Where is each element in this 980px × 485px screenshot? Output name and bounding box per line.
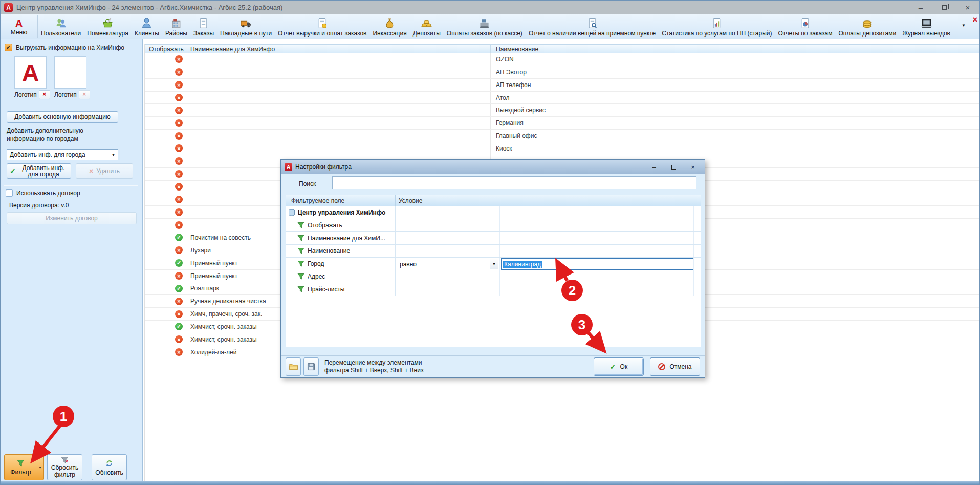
check-circle-icon: ✓ xyxy=(175,323,183,330)
column-header-name[interactable]: Наименование xyxy=(491,45,979,53)
journal-icon xyxy=(921,17,932,29)
add-city-info-button[interactable]: ✓ Добавить инф. для города xyxy=(7,163,71,179)
add-main-info-button[interactable]: Добавить основную информацию xyxy=(7,111,118,123)
sidebar-divider xyxy=(4,185,138,185)
window-controls: – × xyxy=(909,1,979,14)
search-doc-icon xyxy=(586,17,598,29)
column-header-condition[interactable]: Условие xyxy=(396,195,701,206)
toolbar-item-label: Номенклатура xyxy=(87,30,128,37)
dialog-maximize-button[interactable] xyxy=(664,161,683,173)
toolbar-item[interactable]: Журнал выездов xyxy=(899,14,953,39)
cancel-button[interactable]: Отмена xyxy=(650,357,700,376)
table-row[interactable]: ×OZON xyxy=(145,53,979,66)
toolbar-overflow-chevron-icon[interactable]: ▼ xyxy=(962,23,966,28)
city-info-dropdown[interactable]: Добавить инф. для города ▼ xyxy=(7,149,118,160)
dialog-minimize-button[interactable]: – xyxy=(644,161,664,173)
cell-display: × xyxy=(145,66,186,78)
logo-1-delete-button[interactable]: × xyxy=(39,90,50,99)
toolbar-item[interactable]: Клиенты xyxy=(132,14,162,39)
filter-row[interactable]: Адрес xyxy=(286,270,701,283)
cell-field: Город xyxy=(286,258,396,270)
filter-value-input[interactable]: Калининград xyxy=(501,258,694,270)
column-header-field[interactable]: Фильтруемое поле xyxy=(286,195,396,206)
toolbar-item-label: Отчет о наличии вещей на приемном пункте xyxy=(529,30,656,37)
x-circle-icon: × xyxy=(175,208,183,216)
refresh-button[interactable]: Обновить xyxy=(92,454,127,480)
coins-icon xyxy=(861,17,873,29)
table-row[interactable]: ×Выездной сервис xyxy=(145,104,979,117)
chevron-down-icon[interactable]: ▼ xyxy=(490,259,498,269)
edit-contract-button[interactable]: Изменить договор xyxy=(7,212,137,224)
table-row[interactable]: ×Атол xyxy=(145,92,979,104)
load-filter-button[interactable] xyxy=(286,357,301,376)
table-row[interactable]: ×Киоск xyxy=(145,142,979,155)
toolbar-item-label: Инкассация xyxy=(373,30,406,37)
close-button[interactable]: × xyxy=(956,1,979,14)
toolbar-item[interactable]: Депозиты xyxy=(410,14,444,39)
tree-connector xyxy=(292,251,296,251)
cell-display: × xyxy=(145,117,186,129)
ok-button[interactable]: ✓ Ок xyxy=(594,357,644,376)
toolbar-item[interactable]: Отчеты по заказам xyxy=(775,14,836,39)
filter-row[interactable]: Наименование для ХимИ... xyxy=(286,232,701,245)
toolbar-close-x-icon[interactable]: × xyxy=(973,15,977,25)
table-row[interactable]: ×АП телефон xyxy=(145,79,979,92)
reset-filter-button[interactable]: × Сбросить фильтр xyxy=(47,454,82,480)
delete-city-info-button[interactable]: × Удалить xyxy=(76,163,133,179)
toolbar-item[interactable]: Оплаты заказов (по кассе) xyxy=(444,14,526,39)
cell-display: × xyxy=(145,92,186,104)
check-circle-icon: ✓ xyxy=(175,285,183,292)
toolbar-item[interactable]: Пользователи xyxy=(38,14,84,39)
register-icon xyxy=(478,17,490,29)
filter-field-label: Прайс-листы xyxy=(308,286,345,293)
cell-condition xyxy=(396,232,701,244)
table-row[interactable]: ×Германия xyxy=(145,117,979,130)
filter-button[interactable]: Фильтр ▼ xyxy=(4,454,44,480)
toolbar-item[interactable]: Заказы xyxy=(190,14,217,39)
cell-field: Наименование xyxy=(286,245,396,257)
x-circle-icon: × xyxy=(175,144,183,152)
toolbar-item[interactable]: Статистика по услугам по ПП (старый) xyxy=(659,14,775,39)
column-header-display[interactable]: Отображать xyxy=(145,45,186,53)
building-icon xyxy=(170,17,182,29)
toolbar-item[interactable]: Оплаты депозитами xyxy=(836,14,900,39)
toolbar-item[interactable]: Районы xyxy=(162,14,190,39)
checked-checkbox-icon[interactable]: ✓ xyxy=(5,44,12,51)
save-filter-button[interactable] xyxy=(303,357,319,376)
toolbar-item[interactable]: Номенклатура xyxy=(84,14,132,39)
dialog-titlebar: A Настройки фильтра – × xyxy=(281,160,705,174)
x-circle-icon: × xyxy=(175,119,183,127)
column-header-himinfo-name[interactable]: Наименование для ХимИнфо xyxy=(186,45,491,53)
logo-2-delete-button[interactable]: × xyxy=(79,90,90,99)
logo-slot-1[interactable]: A xyxy=(14,56,47,89)
filter-root-row[interactable]: Центр управления ХимИнфо xyxy=(286,206,701,219)
minimize-button[interactable]: – xyxy=(909,1,932,14)
goldbars-icon xyxy=(421,17,432,29)
filter-table-header: Фильтруемое поле Условие xyxy=(286,195,701,206)
toolbar-item[interactable]: Накладные в пути xyxy=(217,14,275,39)
logo-slot-2[interactable] xyxy=(54,56,86,89)
unchecked-checkbox-icon[interactable] xyxy=(6,189,13,197)
table-row[interactable]: ×Главный офис xyxy=(145,130,979,142)
table-row[interactable]: ×АП Эвотор xyxy=(145,66,979,79)
restore-button[interactable] xyxy=(932,1,956,14)
toolbar-item[interactable]: Отчет выручки и оплат заказов xyxy=(275,14,369,39)
filter-button-main[interactable]: Фильтр xyxy=(5,455,37,480)
svg-text:×: × xyxy=(66,458,69,464)
cell-condition xyxy=(396,245,701,257)
logo-image-a: A xyxy=(22,59,39,87)
dialog-close-button[interactable]: × xyxy=(683,161,703,173)
use-contract-checkbox-row[interactable]: Использовать договор xyxy=(6,189,80,197)
search-input[interactable] xyxy=(332,176,696,189)
upload-himinfo-checkbox-row[interactable]: ✓ Выгружать информацию на ХимИнфо xyxy=(5,44,124,51)
condition-dropdown[interactable]: равно▼ xyxy=(397,259,498,269)
filter-dropdown-chevron-icon[interactable]: ▼ xyxy=(37,455,43,480)
filter-row[interactable]: Наименование xyxy=(286,245,701,258)
menu-button[interactable]: А Меню xyxy=(1,14,37,39)
toolbar-item[interactable]: Инкассация xyxy=(369,14,409,39)
chevron-down-icon[interactable]: ▼ xyxy=(109,150,118,160)
filter-row[interactable]: Прайс-листы xyxy=(286,283,701,296)
toolbar-item[interactable]: Отчет о наличии вещей на приемном пункте xyxy=(526,14,659,39)
filter-row[interactable]: Городравно▼Калининград xyxy=(286,258,701,270)
filter-row[interactable]: Отображать xyxy=(286,219,701,232)
